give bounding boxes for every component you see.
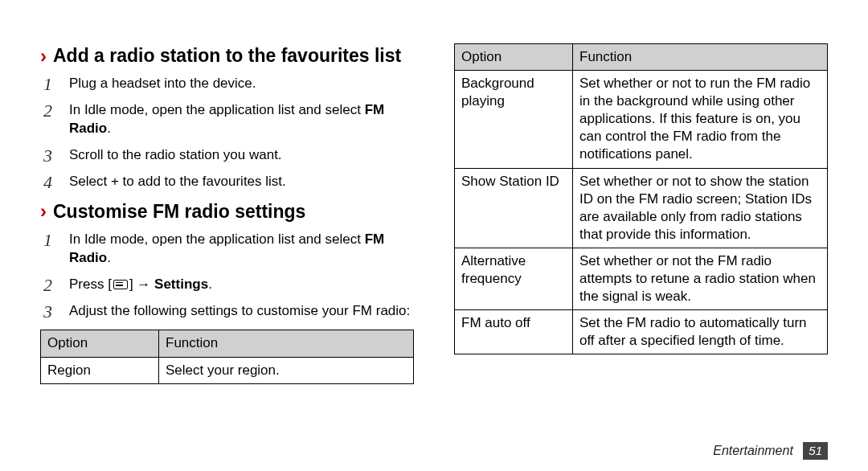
section-heading-favourites: › Add a radio station to the favourites …: [40, 45, 414, 67]
steps-list-customise: In Idle mode, open the application list …: [40, 231, 414, 321]
table-row: Show Station ID Set whether or not to sh…: [455, 168, 828, 248]
chevron-icon: ›: [40, 47, 47, 66]
cell-function: Set whether or not the FM radio attempts…: [573, 248, 828, 309]
step-item: Press [] → Settings.: [40, 276, 414, 294]
footer-section: Entertainment: [713, 444, 793, 457]
step-text: In Idle mode, open the application list …: [69, 231, 365, 247]
table-header-row: Option Function: [455, 44, 828, 71]
table-header-row: Option Function: [41, 330, 414, 357]
cell-option: Alternative frequency: [455, 248, 573, 309]
table-row: Alternative frequency Set whether or not…: [455, 248, 828, 309]
menu-icon: [113, 280, 128, 289]
step-text: .: [208, 276, 212, 292]
cell-option: Region: [41, 357, 159, 383]
page-footer: Entertainment 51: [713, 442, 828, 460]
page-number: 51: [803, 442, 828, 460]
table-row: Background playing Set whether or not to…: [455, 71, 828, 168]
header-option: Option: [41, 330, 159, 357]
header-function: Function: [573, 44, 828, 71]
step-text: .: [107, 250, 111, 265]
cell-function: Set the FM radio to automatically turn o…: [573, 310, 828, 354]
options-table-right: Option Function Background playing Set w…: [454, 43, 828, 354]
table-row: Region Select your region.: [41, 357, 414, 383]
cell-option: FM auto off: [455, 310, 573, 354]
step-item: In Idle mode, open the application list …: [40, 231, 414, 268]
step-item: Select + to add to the favourites list.: [40, 173, 414, 191]
header-option: Option: [455, 44, 573, 71]
step-item: Scroll to the radio station you want.: [40, 146, 414, 165]
section-title: Customise FM radio settings: [53, 201, 305, 223]
header-function: Function: [159, 330, 414, 357]
cell-function: Select your region.: [159, 357, 414, 383]
step-text: In Idle mode, open the application list …: [69, 102, 365, 117]
cell-option: Background playing: [455, 71, 573, 168]
section-title: Add a radio station to the favourites li…: [53, 45, 401, 67]
step-item: In Idle mode, open the application list …: [40, 101, 414, 138]
section-heading-customise: › Customise FM radio settings: [40, 201, 414, 223]
step-bold: Settings: [154, 276, 208, 292]
chevron-icon: ›: [40, 202, 47, 221]
step-item: Adjust the following settings to customi…: [40, 302, 414, 321]
right-column: Option Function Background playing Set w…: [434, 40, 828, 471]
table-row: FM auto off Set the FM radio to automati…: [455, 310, 828, 354]
options-table-left: Option Function Region Select your regio…: [40, 330, 414, 383]
cell-function: Set whether or not to run the FM radio i…: [573, 71, 828, 168]
step-text: Scroll to the radio station you want.: [69, 147, 282, 162]
step-text: ] →: [129, 276, 154, 292]
step-text: Press [: [69, 276, 112, 292]
cell-option: Show Station ID: [455, 168, 573, 248]
cell-function: Set whether or not to show the station I…: [573, 168, 828, 248]
steps-list-favourites: Plug a headset into the device. In Idle …: [40, 75, 414, 191]
step-text: Plug a headset into the device.: [69, 76, 256, 91]
step-text: .: [107, 121, 111, 136]
left-column: › Add a radio station to the favourites …: [40, 40, 434, 471]
step-text: Select + to add to the favourites list.: [69, 174, 286, 189]
step-item: Plug a headset into the device.: [40, 75, 414, 93]
manual-page: › Add a radio station to the favourites …: [0, 0, 868, 471]
step-text: Adjust the following settings to customi…: [69, 303, 410, 318]
